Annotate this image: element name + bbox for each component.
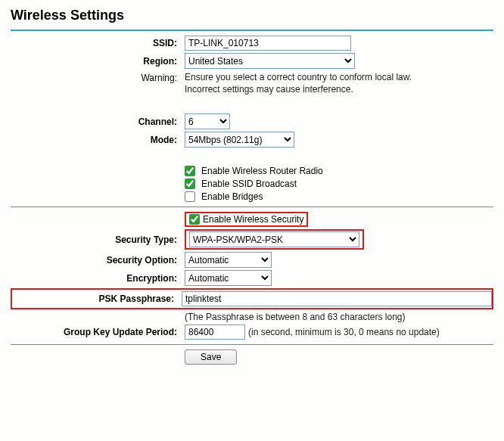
region-select[interactable]: United States <box>185 53 355 69</box>
security-type-highlight: WPA-PSK/WPA2-PSK <box>185 229 364 250</box>
warning-line1: Ensure you select a correct country to c… <box>185 72 412 82</box>
security-highlight: Enable Wireless Security <box>185 212 308 227</box>
warning-line2: Incorrect settings may cause interferenc… <box>185 84 353 95</box>
mode-select[interactable]: 54Mbps (802.11g) <box>185 132 294 148</box>
security-label: Enable Wireless Security <box>203 214 303 225</box>
group-key-label: Group Key Update Period: <box>11 327 185 337</box>
mode-label: Mode: <box>11 135 185 145</box>
security-type-label: Security Type: <box>11 234 185 245</box>
divider <box>11 207 493 207</box>
group-key-note: (in second, minimum is 30, 0 means no up… <box>248 327 440 337</box>
ssid-input[interactable] <box>185 36 351 51</box>
psk-note: (The Passphrase is between 8 and 63 char… <box>185 312 493 322</box>
ssid-label: SSID: <box>11 38 185 48</box>
region-label: Region: <box>11 56 185 67</box>
security-option-select[interactable]: Automatic <box>185 252 272 268</box>
psk-input[interactable] <box>182 291 492 306</box>
security-type-select[interactable]: WPA-PSK/WPA2-PSK <box>189 231 359 247</box>
psk-label: PSK Passphrase: <box>12 293 182 304</box>
channel-select[interactable]: 6 <box>185 113 230 129</box>
ssid-broadcast-checkbox[interactable] <box>185 179 195 189</box>
group-key-input[interactable] <box>185 325 245 340</box>
warning-label: Warning: <box>11 71 185 83</box>
encryption-select[interactable]: Automatic <box>185 270 272 286</box>
security-option-label: Security Option: <box>11 255 185 266</box>
divider <box>11 344 493 345</box>
save-button[interactable]: Save <box>185 349 237 365</box>
router-radio-checkbox[interactable] <box>185 166 195 176</box>
security-checkbox[interactable] <box>189 214 200 225</box>
router-radio-label: Enable Wireless Router Radio <box>201 166 323 176</box>
ssid-broadcast-label: Enable SSID Broadcast <box>201 179 297 189</box>
page-title: Wireless Settings <box>11 8 493 23</box>
encryption-label: Encryption: <box>11 273 185 284</box>
bridges-checkbox[interactable] <box>185 191 195 202</box>
psk-highlight: PSK Passphrase: <box>11 288 493 309</box>
channel-label: Channel: <box>11 116 185 127</box>
divider <box>11 30 493 31</box>
bridges-label: Enable Bridges <box>201 191 263 202</box>
